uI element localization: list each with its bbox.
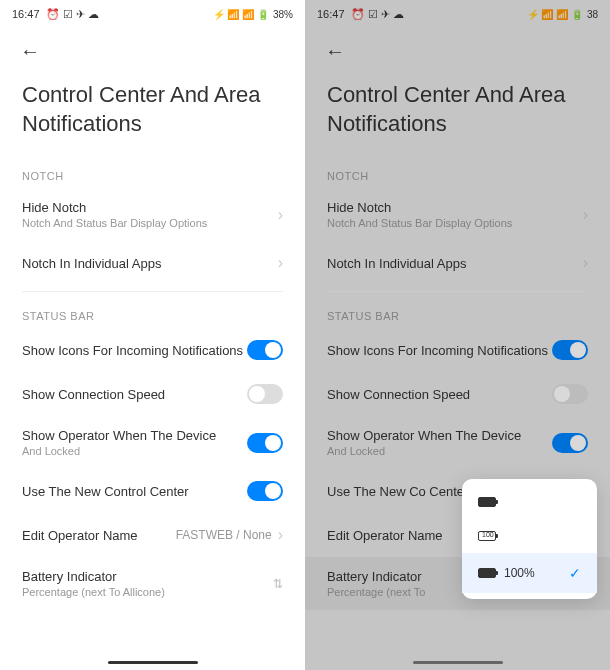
popup-option-text: 100% <box>504 566 535 580</box>
section-header-statusbar: STATUS BAR <box>305 298 610 328</box>
hide-notch-sub: Notch And Status Bar Display Options <box>327 217 583 229</box>
row-connection-speed[interactable]: Show Connection Speed <box>305 372 610 416</box>
row-incoming-notifications[interactable]: Show Icons For Incoming Notifications <box>0 328 305 372</box>
toggle-connection[interactable] <box>552 384 588 404</box>
home-indicator <box>108 661 198 664</box>
row-text: Hide Notch Notch And Status Bar Display … <box>327 200 583 229</box>
battery-icon <box>478 497 496 507</box>
row-text: Show Operator When The Device And Locked <box>327 428 552 457</box>
incoming-label: Show Icons For Incoming Notifications <box>22 343 243 358</box>
chevron-right-icon: › <box>278 526 283 544</box>
chevron-right-icon: › <box>278 206 283 224</box>
popup-option-percentage[interactable]: 100% ✓ <box>462 553 597 593</box>
section-header-statusbar: STATUS BAR <box>0 298 305 328</box>
operator-sub: And Locked <box>22 445 247 457</box>
back-icon[interactable]: ← <box>20 40 40 62</box>
phone-left: 16:47 ⏰ ☑ ✈ ☁ ⚡ 📶 📶 🔋 38% ← Control Cent… <box>0 0 305 670</box>
page-title: Control Center And Area Notifications <box>0 71 305 158</box>
back-icon[interactable]: ← <box>325 40 345 62</box>
chevron-right-icon: › <box>583 206 588 224</box>
individual-apps-label: Notch In Individual Apps <box>327 256 583 271</box>
home-indicator <box>413 661 503 664</box>
row-text: Hide Notch Notch And Status Bar Display … <box>22 200 278 229</box>
status-icons-right: ⚡ 📶 📶 🔋 <box>527 9 583 20</box>
row-connection-speed[interactable]: Show Connection Speed <box>0 372 305 416</box>
operator-label: Show Operator When The Device <box>22 428 247 443</box>
status-icons-left: ⏰ ☑ ✈ ☁ <box>46 8 99 21</box>
control-center-label: Use The New Co Center <box>327 484 468 499</box>
operator-value: FASTWEB / None <box>176 528 272 542</box>
status-right: ⚡ 📶 📶 🔋 38 <box>527 9 598 20</box>
toggle-incoming[interactable] <box>552 340 588 360</box>
toggle-connection[interactable] <box>247 384 283 404</box>
divider <box>327 291 588 292</box>
row-control-center[interactable]: Use The New Control Center <box>0 469 305 513</box>
battery-icon: 100 <box>478 531 496 541</box>
hide-notch-label: Hide Notch <box>327 200 583 215</box>
status-time: 16:47 <box>317 8 345 20</box>
row-text: Notch In Individual Apps <box>327 256 583 271</box>
row-hide-notch[interactable]: Hide Notch Notch And Status Bar Display … <box>305 188 610 241</box>
battery-selector: ⇅ <box>267 577 283 591</box>
popup-option-number-inside[interactable]: 100 <box>462 519 597 553</box>
chevron-right-icon: › <box>583 254 588 272</box>
toggle-operator[interactable] <box>247 433 283 453</box>
status-left: 16:47 ⏰ ☑ ✈ ☁ <box>317 8 404 21</box>
chevron-right-icon: › <box>278 254 283 272</box>
popup-option-content: 100% <box>478 566 535 580</box>
individual-apps-label: Notch In Individual Apps <box>22 256 278 271</box>
operator-sub: And Locked <box>327 445 552 457</box>
content-left: 16:47 ⏰ ☑ ✈ ☁ ⚡ 📶 📶 🔋 38% ← Control Cent… <box>0 0 305 670</box>
row-individual-apps[interactable]: Notch In Individual Apps › <box>0 241 305 285</box>
status-left: 16:47 ⏰ ☑ ✈ ☁ <box>12 8 99 21</box>
popup-option-icon-only[interactable] <box>462 485 597 519</box>
toggle-control-center[interactable] <box>247 481 283 501</box>
section-header-notch: NOTCH <box>305 158 610 188</box>
status-battery: 38% <box>273 9 293 20</box>
row-incoming-notifications[interactable]: Show Icons For Incoming Notifications <box>305 328 610 372</box>
row-text: Show Operator When The Device And Locked <box>22 428 247 457</box>
edit-operator-label: Edit Operator Name <box>327 528 443 543</box>
row-individual-apps[interactable]: Notch In Individual Apps › <box>305 241 610 285</box>
phone-right: 16:47 ⏰ ☑ ✈ ☁ ⚡ 📶 📶 🔋 38 ← Control Cente… <box>305 0 610 670</box>
battery-indicator-sub: Percentage (next To Allicone) <box>22 586 267 598</box>
back-row: ← <box>305 28 610 71</box>
operator-label: Show Operator When The Device <box>327 428 552 443</box>
row-edit-operator[interactable]: Edit Operator Name FASTWEB / None › <box>0 513 305 557</box>
incoming-label: Show Icons For Incoming Notifications <box>327 343 548 358</box>
row-show-operator[interactable]: Show Operator When The Device And Locked <box>305 416 610 469</box>
row-text: Battery Indicator Percentage (next To Al… <box>22 569 267 598</box>
status-time: 16:47 <box>12 8 40 20</box>
battery-indicator-popup: 100 100% ✓ <box>462 479 597 599</box>
row-hide-notch[interactable]: Hide Notch Notch And Status Bar Display … <box>0 188 305 241</box>
check-icon: ✓ <box>569 565 581 581</box>
row-text: Notch In Individual Apps <box>22 256 278 271</box>
row-show-operator[interactable]: Show Operator When The Device And Locked <box>0 416 305 469</box>
status-icons-left: ⏰ ☑ ✈ ☁ <box>351 8 404 21</box>
control-center-label: Use The New Control Center <box>22 484 189 499</box>
updown-icon: ⇅ <box>273 577 283 591</box>
back-row: ← <box>0 28 305 71</box>
edit-operator-right: FASTWEB / None › <box>176 526 283 544</box>
status-bar: 16:47 ⏰ ☑ ✈ ☁ ⚡ 📶 📶 🔋 38% <box>0 0 305 28</box>
status-bar: 16:47 ⏰ ☑ ✈ ☁ ⚡ 📶 📶 🔋 38 <box>305 0 610 28</box>
connection-label: Show Connection Speed <box>327 387 470 402</box>
status-right: ⚡ 📶 📶 🔋 38% <box>213 9 293 20</box>
hide-notch-sub: Notch And Status Bar Display Options <box>22 217 278 229</box>
battery-indicator-label: Battery Indicator <box>22 569 267 584</box>
row-battery-indicator[interactable]: Battery Indicator Percentage (next To Al… <box>0 557 305 610</box>
status-battery: 38 <box>587 9 598 20</box>
connection-label: Show Connection Speed <box>22 387 165 402</box>
status-icons-right: ⚡ 📶 📶 🔋 <box>213 9 269 20</box>
hide-notch-label: Hide Notch <box>22 200 278 215</box>
section-header-notch: NOTCH <box>0 158 305 188</box>
toggle-operator[interactable] <box>552 433 588 453</box>
divider <box>22 291 283 292</box>
toggle-incoming[interactable] <box>247 340 283 360</box>
page-title: Control Center And Area Notifications <box>305 71 610 158</box>
battery-icon <box>478 568 496 578</box>
edit-operator-label: Edit Operator Name <box>22 528 138 543</box>
